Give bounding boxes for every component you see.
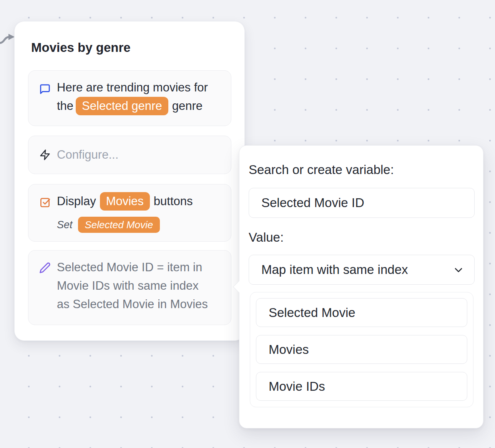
connector-arrow <box>0 31 16 48</box>
value-type-select[interactable]: Map item with same index <box>249 255 475 285</box>
configure-label: Configure... <box>57 136 225 173</box>
flow-canvas: Movies by genre Here are trending movies… <box>0 0 495 448</box>
set-label: Set <box>57 219 73 231</box>
search-or-create-label: Search or create variable: <box>249 163 394 177</box>
display-suffix: buttons <box>154 194 193 208</box>
block-message[interactable]: Here are trending movies for theSelected… <box>28 70 231 126</box>
set-variable-text: Selected Movie ID = item in Movie IDs wi… <box>57 258 225 314</box>
variable-options-list: Selected Movie Movies Movie IDs <box>250 292 473 407</box>
block-set-variable[interactable]: Selected Movie ID = item in Movie IDs wi… <box>28 250 231 325</box>
chevron-down-icon <box>453 264 464 276</box>
variable-editor-popup: Search or create variable: Value: Map it… <box>239 145 483 428</box>
value-type-selected: Map item with same index <box>261 262 408 277</box>
variable-option-movie-ids[interactable]: Movie IDs <box>256 372 467 401</box>
set-variable-line: as Selected Movie in Movies <box>57 295 225 314</box>
block-configure[interactable]: Configure... <box>28 136 231 174</box>
variable-pill-selected-movie: Selected Movie <box>78 217 160 233</box>
variable-pill-selected-genre: Selected genre <box>76 97 168 115</box>
variable-option-selected-movie[interactable]: Selected Movie <box>256 298 467 327</box>
display-buttons-text: DisplayMoviesbuttons <box>57 192 225 211</box>
variable-search-input[interactable] <box>249 188 475 218</box>
block-display-buttons[interactable]: DisplayMoviesbuttons SetSelected Movie <box>28 184 231 242</box>
lightning-icon <box>39 149 51 161</box>
set-row: SetSelected Movie <box>57 217 225 233</box>
message-line1: Here are trending movies for <box>57 81 208 94</box>
message-line2-prefix: the <box>57 99 73 113</box>
node-card-movies-by-genre[interactable]: Movies by genre Here are trending movies… <box>14 21 245 341</box>
set-variable-line: Selected Movie ID = item in <box>57 258 225 277</box>
node-title: Movies by genre <box>31 40 131 55</box>
pencil-icon <box>39 262 51 274</box>
chat-bubble-icon <box>39 83 51 95</box>
message-text: Here are trending movies for theSelected… <box>57 78 225 115</box>
value-label: Value: <box>249 230 284 245</box>
message-line2-suffix: genre <box>172 99 203 113</box>
set-variable-line: Movie IDs with same index <box>57 277 225 295</box>
display-prefix: Display <box>57 194 96 208</box>
check-square-icon <box>39 196 51 208</box>
variable-option-movies[interactable]: Movies <box>256 335 467 364</box>
variable-pill-movies: Movies <box>100 192 150 211</box>
